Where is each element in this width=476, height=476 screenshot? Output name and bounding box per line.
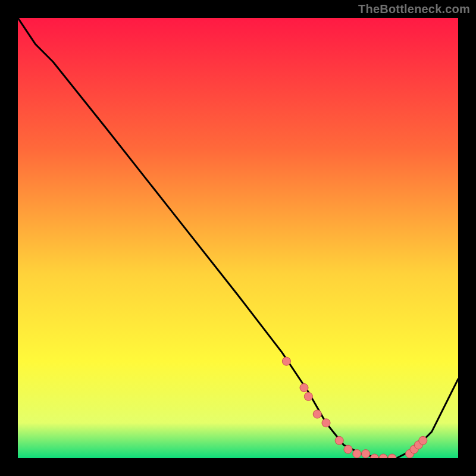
- gradient-background: [18, 18, 458, 458]
- chart-frame: TheBottleneck.com: [0, 0, 476, 476]
- attribution-label: TheBottleneck.com: [358, 2, 470, 16]
- curve-marker: [300, 384, 308, 392]
- curve-marker: [335, 436, 343, 444]
- curve-marker: [322, 419, 330, 427]
- curve-marker: [344, 445, 352, 453]
- curve-marker: [304, 392, 312, 400]
- chart-svg: [18, 18, 458, 458]
- curve-marker: [419, 436, 427, 444]
- plot-area: [18, 18, 458, 458]
- curve-marker: [362, 450, 370, 458]
- curve-marker: [313, 410, 321, 418]
- curve-marker: [353, 450, 361, 458]
- curve-marker: [282, 357, 290, 365]
